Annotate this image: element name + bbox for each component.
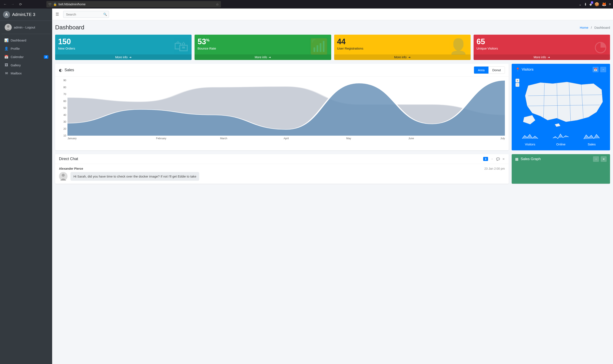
chat-avatar (59, 172, 68, 181)
sidebar-item-label: Profile (11, 47, 48, 50)
x-tick: May (317, 137, 380, 140)
stat-value: 65 (477, 37, 607, 46)
svg-point-9 (62, 174, 65, 177)
map-zoom-out[interactable]: − (516, 83, 519, 87)
us-map-svg (514, 78, 607, 129)
card-header: ▦ Sales Graph － ✕ (512, 154, 610, 164)
card-title: Visitors (522, 67, 533, 72)
x-tick: July (442, 137, 505, 140)
tab-donut[interactable]: Donut (489, 66, 505, 74)
lock-icon: 🔒 (53, 2, 57, 6)
user-icon: 👤 (4, 47, 9, 51)
close-tool-icon[interactable]: ✕ (502, 157, 505, 161)
reload-button[interactable]: ⟳ (17, 1, 23, 7)
url-bar[interactable]: 🛡 🔒 bolt.htb/admin/home ☆ (46, 1, 221, 7)
content-header: Dashboard Home / Dashboard (52, 20, 613, 35)
spark-sales: Sales (584, 132, 599, 146)
breadcrumb-home[interactable]: Home (580, 26, 588, 29)
map-marker-icon: 📍 (516, 67, 520, 72)
chat-badge: 3 (483, 157, 488, 161)
more-info-link[interactable]: More info ➜ (55, 54, 191, 60)
breadcrumb: Home / Dashboard (580, 26, 610, 29)
search-icon[interactable]: 🔍 (103, 13, 107, 16)
stat-box-unique-visitors: 65 Unique Visitors ◔ More info ➜ (474, 35, 610, 60)
brand-logo-icon: A (3, 11, 10, 18)
back-button[interactable]: ← (2, 1, 8, 7)
sidebar-toggle-icon[interactable]: ☰ (55, 12, 59, 17)
pocket-icon[interactable]: ⌄ (579, 2, 582, 6)
hamburger-menu-icon[interactable]: ≡ (609, 2, 611, 6)
stat-box-bounce-rate: 53% Bounce Rate 📶 More info ➜ (194, 35, 331, 60)
sidebar-item-profile[interactable]: 👤 Profile (2, 44, 50, 53)
stat-label: New Orders (58, 47, 189, 50)
collapse-tool-icon[interactable]: － (490, 157, 494, 161)
card-title: Sales Graph (521, 157, 541, 161)
x-tick: March (192, 137, 255, 140)
tachometer-icon: 📊 (4, 38, 9, 42)
sidebar-item-dashboard[interactable]: 📊 Dashboard (2, 36, 50, 44)
stat-label: Unique Visitors (477, 47, 607, 50)
arrow-circle-right-icon: ➜ (547, 56, 550, 59)
close-tool-icon[interactable]: ✕ (601, 156, 607, 162)
breadcrumb-separator: / (591, 26, 592, 29)
sparkline-icon (522, 132, 538, 141)
collapse-tool-icon[interactable]: － (600, 67, 606, 72)
profile-cookie-icon[interactable]: 🍪 (595, 2, 599, 7)
search-input[interactable] (63, 11, 109, 18)
visitors-card: 📍 Visitors 📅 － + − (512, 64, 610, 150)
sidebar-item-calendar[interactable]: 📅 Calendar 2 (2, 53, 50, 61)
sparkline-icon (553, 132, 569, 141)
sidebar-item-gallery[interactable]: 🖼 Gallery (2, 61, 50, 69)
profile-fox-icon[interactable]: 🦊 (602, 2, 606, 7)
sparklines-row: Visitors Online Sales (512, 130, 610, 150)
stat-value: 150 (58, 37, 189, 46)
user-panel[interactable]: admin - Logout (2, 21, 50, 34)
chat-body: Alexander Pierce 23 Jan 2:00 pm Hi Sarah… (55, 164, 509, 184)
bookmark-star-icon[interactable]: ☆ (216, 2, 219, 6)
pie-chart-icon: ◐ (59, 68, 62, 73)
more-info-link[interactable]: More info ➜ (194, 54, 331, 60)
brand-text: AdminLTE 3 (12, 12, 35, 17)
more-info-link[interactable]: More info ➜ (334, 54, 471, 60)
download-icon[interactable]: ⬇ (584, 2, 587, 6)
card-header: Direct Chat 3 － 💬 ✕ (55, 154, 509, 164)
direct-chat-card: Direct Chat 3 － 💬 ✕ Alexander Pierce 23 … (55, 154, 509, 184)
stat-label: Bounce Rate (198, 47, 328, 50)
stat-box-new-orders: 150 New Orders 🛍 More info ➜ (55, 35, 191, 60)
map-zoom-in[interactable]: + (516, 79, 519, 82)
forward-button[interactable]: → (10, 1, 16, 7)
extension-icon[interactable]: ◆9 (589, 2, 592, 6)
spark-visitors: Visitors (522, 132, 538, 146)
stat-label: User Registrations (337, 47, 468, 50)
calendar-tool-icon[interactable]: 📅 (593, 67, 599, 72)
page-title: Dashboard (55, 24, 84, 31)
collapse-tool-icon[interactable]: － (593, 156, 599, 162)
topbar: ☰ 🔍 (52, 9, 613, 20)
x-tick: January (68, 137, 130, 140)
comments-tool-icon[interactable]: 💬 (496, 157, 500, 161)
arrow-circle-right-icon: ➜ (128, 56, 132, 59)
tab-area[interactable]: Area (474, 66, 489, 74)
sidebar-item-mailbox[interactable]: ✉ Mailbox (2, 69, 50, 78)
envelope-icon: ✉ (4, 71, 9, 75)
sales-chart-body: 908070605040302010 JanuaryFebruaryMarchA… (55, 77, 509, 148)
th-icon: ▦ (515, 157, 518, 161)
more-info-link[interactable]: More info ➜ (474, 54, 610, 60)
browser-chrome: ← → ⟳ 🛡 🔒 bolt.htb/admin/home ☆ ⌄ ⬇ ◆9 🍪… (0, 0, 613, 9)
brand[interactable]: A AdminLTE 3 (0, 9, 52, 21)
card-header: ◐ Sales Area Donut (55, 64, 509, 77)
card-header: 📍 Visitors 📅 － (512, 64, 610, 75)
url-text: bolt.htb/admin/home (58, 2, 214, 6)
stat-row: 150 New Orders 🛍 More info ➜ 53% Bounce … (52, 35, 613, 60)
x-tick: February (130, 137, 193, 140)
chat-msg-time: 23 Jan 2:00 pm (484, 167, 505, 170)
sidebar-item-label: Gallery (11, 63, 48, 67)
x-tick: June (380, 137, 443, 140)
image-icon: 🖼 (4, 63, 9, 67)
spark-label: Sales (588, 143, 596, 146)
x-tick: April (255, 137, 318, 140)
visitors-map[interactable]: + − (512, 75, 610, 130)
card-title: Direct Chat (59, 157, 78, 161)
stat-box-user-registrations: 44 User Registrations 👤 More info ➜ (334, 35, 471, 60)
arrow-circle-right-icon: ➜ (268, 56, 271, 59)
